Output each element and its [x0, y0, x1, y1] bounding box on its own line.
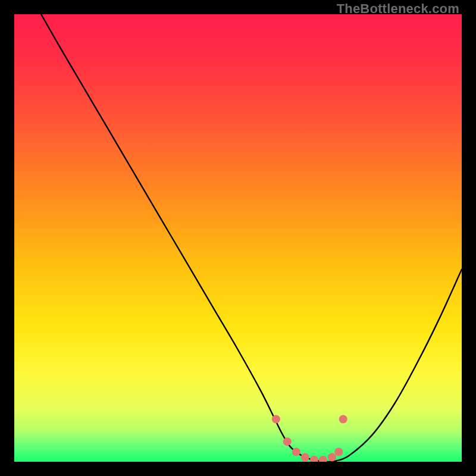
chart-svg — [14, 14, 462, 462]
highlight-dot — [272, 415, 280, 424]
highlight-dot — [334, 447, 343, 456]
highlight-dot — [301, 453, 309, 461]
highlight-dot — [328, 453, 336, 461]
chart-background — [14, 14, 462, 462]
highlight-dot — [339, 415, 347, 424]
highlight-dot — [283, 437, 292, 446]
highlight-dot — [292, 447, 300, 456]
chart-frame — [14, 14, 462, 462]
